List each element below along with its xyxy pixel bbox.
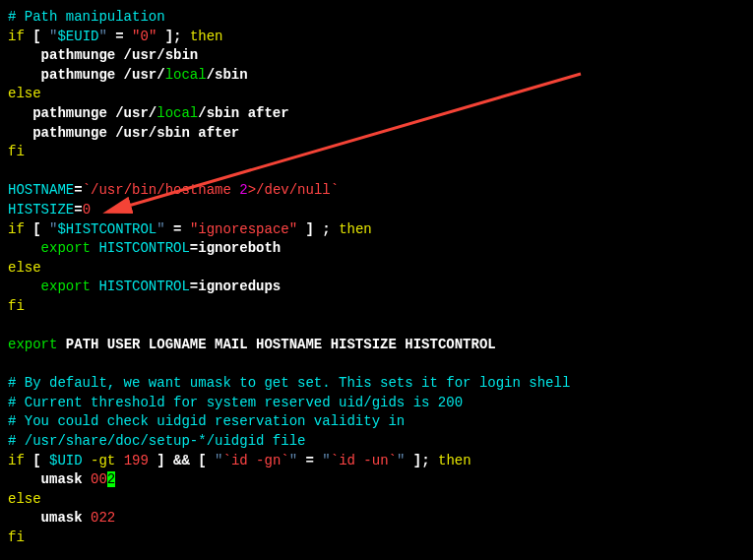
svg-line-1 [108, 74, 581, 212]
annotation-arrow [0, 0, 753, 560]
